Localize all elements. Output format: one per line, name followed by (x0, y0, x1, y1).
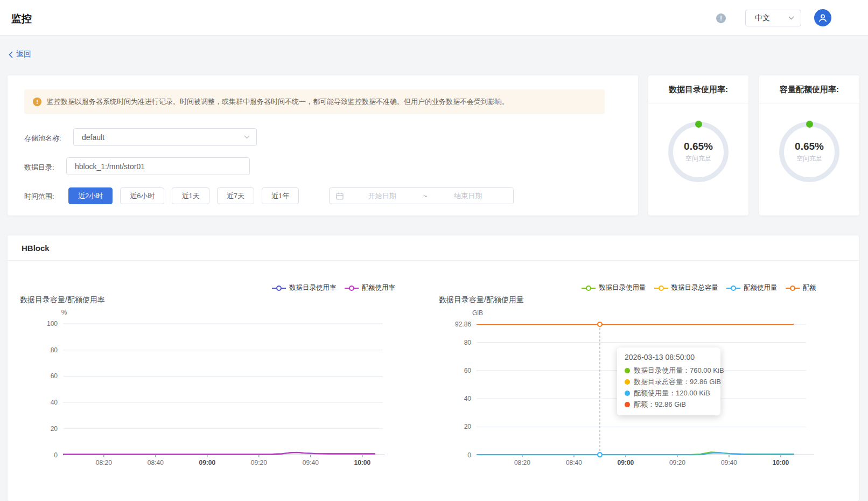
time-range-button[interactable]: 近6小时 (120, 187, 164, 204)
gauge-title: 容量配额使用率: (759, 75, 859, 95)
usage-gauge-card: 数据目录使用率:0.65%空间充足 (648, 75, 748, 215)
date-separator: ~ (421, 192, 430, 200)
tooltip-row: 配额使用量：120.00 KiB (625, 387, 713, 399)
directory-label: 数据目录: (24, 163, 54, 172)
time-range-button[interactable]: 近1年 (262, 187, 299, 204)
calendar-icon (336, 192, 344, 200)
legend-label: 数据目录使用量 (599, 283, 646, 293)
svg-text:80: 80 (464, 339, 472, 346)
legend-marker-icon (272, 285, 286, 291)
svg-text:0: 0 (54, 451, 58, 459)
legend-marker-icon (345, 285, 359, 291)
svg-text:09:00: 09:00 (618, 459, 634, 467)
legend-label: 数据目录使用率 (289, 283, 337, 293)
legend-label: 配额使用率 (362, 283, 396, 293)
app-header: 监控 ! 中文 (0, 0, 868, 36)
time-range-buttons: 近2小时近6小时近1天近7天近1年 (68, 187, 299, 204)
back-label: 返回 (16, 50, 31, 59)
legend-label: 配额使用量 (744, 283, 778, 293)
legend-label: 配额 (803, 283, 816, 293)
svg-text:09:40: 09:40 (721, 459, 737, 467)
svg-text:10:00: 10:00 (773, 459, 789, 467)
legend-item[interactable]: 配额使用率 (345, 283, 396, 293)
svg-text:60: 60 (464, 367, 472, 374)
time-range-button[interactable]: 近7天 (217, 187, 254, 204)
legend-marker-icon (654, 285, 668, 291)
tooltip-series-dot (625, 368, 630, 373)
legend-marker-icon (582, 285, 596, 291)
tooltip-series-dot (625, 379, 630, 385)
time-range-button[interactable]: 近2小时 (68, 187, 113, 204)
tooltip-label: 数据目录使用量：760.00 KiB (634, 366, 724, 375)
svg-text:09:20: 09:20 (669, 459, 685, 467)
filter-card: ! 监控数据以服务器系统时间为准进行记录。时间被调整，或集群中服务器时间不统一，… (8, 75, 638, 215)
tooltip-time: 2026-03-13 08:50:00 (625, 353, 713, 361)
svg-text:20: 20 (51, 425, 58, 433)
chevron-down-icon (244, 135, 250, 139)
warning-banner: ! 监控数据以服务器系统时间为准进行记录。时间被调整，或集群中服务器时间不统一，… (24, 89, 605, 114)
gauge-progress-dot (806, 121, 813, 128)
pool-select-value: default (82, 133, 244, 142)
gauge-progress-dot (695, 121, 702, 128)
gauge-status: 空间充足 (685, 154, 711, 163)
tooltip-label: 配额：92.86 GiB (634, 400, 686, 409)
user-icon (817, 12, 828, 23)
legend-item[interactable]: 配额使用量 (726, 283, 778, 293)
tooltip-label: 数据目录总容量：92.86 GiB (634, 377, 721, 387)
svg-text:08:40: 08:40 (148, 459, 164, 467)
date-end-placeholder: 结束日期 (429, 191, 507, 201)
legend-marker-icon (726, 285, 740, 291)
chevron-down-icon (788, 16, 794, 20)
date-start-placeholder: 开始日期 (344, 191, 421, 201)
tooltip-row: 配额：92.86 GiB (625, 399, 713, 410)
tooltip-series-dot (625, 391, 630, 396)
svg-text:08:20: 08:20 (514, 459, 530, 467)
legend-item[interactable]: 配额 (786, 283, 816, 293)
section-title: HBlock (22, 243, 50, 253)
back-chevron-icon (9, 51, 13, 58)
svg-text:%: % (61, 309, 67, 316)
svg-text:92.86: 92.86 (455, 321, 471, 328)
directory-input[interactable] (66, 157, 250, 175)
range-label: 时间范围: (24, 192, 54, 201)
legend-item[interactable]: 数据目录使用率 (272, 283, 337, 293)
tooltip-row: 数据目录使用量：760.00 KiB (625, 365, 713, 376)
language-select[interactable]: 中文 (745, 10, 801, 26)
pool-select[interactable]: default (73, 128, 257, 146)
svg-text:80: 80 (51, 346, 58, 354)
user-avatar[interactable] (814, 9, 831, 26)
gauge-divider (759, 103, 859, 103)
time-range-button[interactable]: 近1天 (172, 187, 209, 204)
svg-text:40: 40 (51, 399, 58, 406)
gauge-ring: 0.65%空间充足 (779, 122, 839, 182)
gauge-title: 数据目录使用率: (648, 75, 748, 95)
legend-item[interactable]: 数据目录总容量 (654, 283, 719, 293)
date-range-picker[interactable]: 开始日期 ~ 结束日期 (329, 187, 514, 204)
usage-amount-legend: 数据目录使用量数据目录总容量配额使用量配额 (582, 283, 816, 293)
section-divider (8, 260, 859, 261)
gauge-value: 0.65% (795, 141, 824, 152)
chart-title-usage-rate: 数据目录容量/配额使用率 (20, 295, 105, 305)
gauge-value: 0.65% (684, 141, 713, 152)
svg-text:GiB: GiB (472, 309, 483, 317)
legend-marker-icon (786, 285, 800, 291)
tooltip-row: 数据目录总容量：92.86 GiB (625, 376, 713, 387)
language-label: 中文 (755, 13, 788, 23)
svg-text:09:00: 09:00 (199, 459, 215, 467)
page-title: 监控 (11, 12, 32, 26)
svg-text:09:40: 09:40 (303, 459, 319, 467)
usage-gauge-card: 容量配额使用率:0.65%空间充足 (759, 75, 859, 215)
tooltip-series-dot (625, 402, 630, 407)
usage-rate-chart[interactable]: 020406080100%08:2008:4009:0009:2009:4010… (8, 304, 420, 477)
svg-text:08:20: 08:20 (96, 459, 112, 467)
gauge-ring: 0.65%空间充足 (668, 122, 729, 182)
svg-text:100: 100 (47, 320, 58, 328)
notice-icon[interactable]: ! (716, 13, 726, 23)
back-link[interactable]: 返回 (9, 50, 31, 59)
svg-text:20: 20 (464, 423, 472, 430)
warning-icon: ! (33, 98, 41, 106)
legend-label: 数据目录总容量 (671, 283, 719, 293)
svg-text:0: 0 (467, 451, 471, 459)
legend-item[interactable]: 数据目录使用量 (582, 283, 646, 293)
warning-text: 监控数据以服务器系统时间为准进行记录。时间被调整，或集群中服务器时间不统一，都可… (47, 97, 509, 107)
